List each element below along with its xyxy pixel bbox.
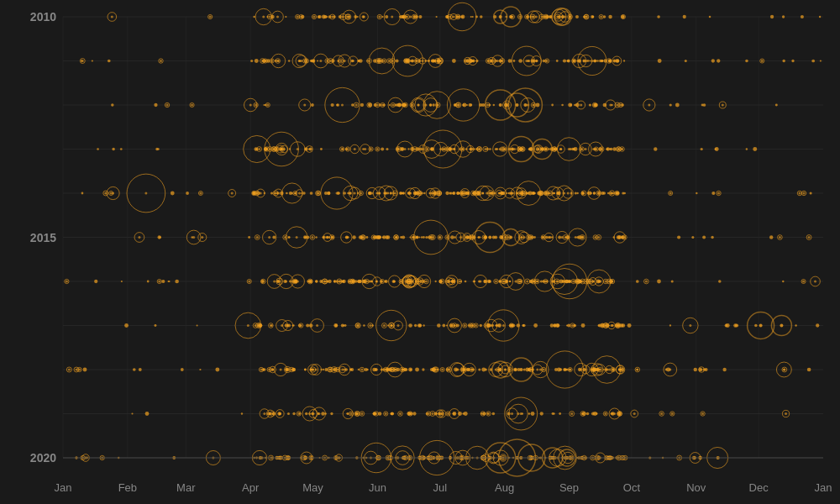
chart-canvas xyxy=(0,0,840,504)
chart-container xyxy=(0,0,840,504)
